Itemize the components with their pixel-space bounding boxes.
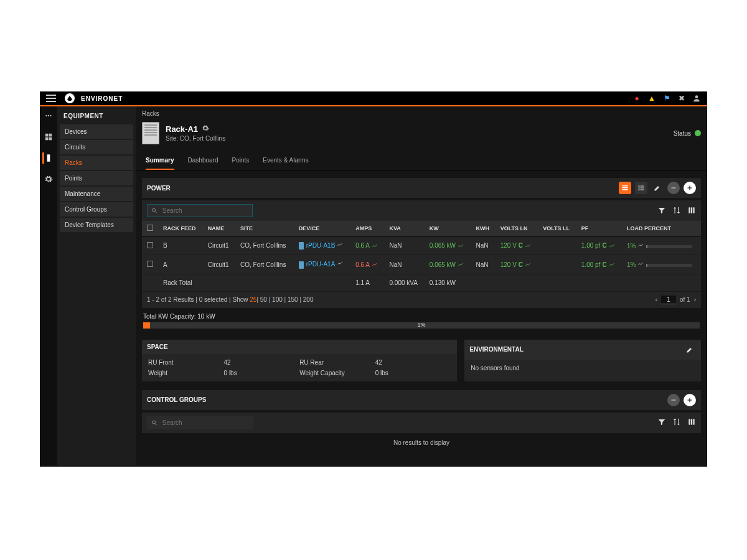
remove-button[interactable] (667, 182, 680, 194)
page-size-option[interactable]: | 200 (298, 296, 314, 303)
col-amps[interactable]: AMPS (350, 221, 384, 236)
gear-icon[interactable] (202, 124, 209, 134)
capacity-row: Total KW Capacity: 10 kW 1% (142, 308, 701, 331)
svg-rect-28 (688, 399, 692, 400)
menu-icon[interactable] (46, 95, 56, 102)
sidebar-item-points[interactable]: Points (60, 171, 133, 185)
page-size-25[interactable]: 25 (250, 296, 256, 303)
page-size-option[interactable]: | 100 (267, 296, 283, 303)
svg-point-2 (48, 115, 49, 116)
view-grid-button[interactable] (619, 182, 631, 194)
svg-rect-23 (688, 207, 690, 213)
select-all-checkbox[interactable] (147, 225, 153, 231)
cell-amps: 0.6 A (350, 255, 384, 274)
cg-columns-icon[interactable] (687, 418, 696, 427)
svg-point-1 (45, 115, 47, 116)
rail-item-chat-icon[interactable] (43, 110, 54, 121)
env-edit-button[interactable] (684, 343, 696, 356)
svg-point-29 (153, 421, 156, 424)
tools-icon[interactable]: ✖ (677, 94, 686, 103)
svg-rect-8 (47, 154, 50, 162)
add-button[interactable] (684, 182, 696, 194)
filter-icon[interactable] (657, 206, 666, 216)
col-kva[interactable]: KVA (385, 221, 425, 236)
page-next-icon[interactable]: › (694, 296, 696, 303)
footer-show-label: Show (233, 296, 248, 303)
col-volts-ln[interactable]: VOLTS LN (496, 221, 538, 236)
sidebar-item-devices[interactable]: Devices (60, 124, 133, 139)
table-row[interactable]: ACircuit1CO, Fort ColllinsrPDU-A1A 0.6 A… (142, 255, 701, 274)
col-kw[interactable]: KW (425, 221, 471, 236)
capacity-bar: 1% (143, 322, 700, 329)
alert-info-icon[interactable]: ⚑ (662, 94, 671, 103)
cg-remove-button[interactable] (667, 394, 680, 406)
power-search-input[interactable] (161, 207, 248, 215)
col-site[interactable]: SITE (235, 221, 294, 236)
tab-dashboard[interactable]: Dashboard (188, 153, 218, 170)
cell-site: CO, Fort Colllins (235, 255, 294, 274)
cell-device[interactable]: rPDU-A1A (294, 255, 351, 274)
cg-search-input[interactable] (161, 419, 248, 427)
sidebar-item-device-templates[interactable]: Device Templates (60, 218, 133, 232)
alert-critical-icon[interactable]: ● (632, 94, 641, 103)
app-logo-icon (65, 93, 75, 103)
sort-icon[interactable] (672, 206, 681, 216)
page-input[interactable] (661, 296, 676, 304)
svg-rect-17 (641, 190, 644, 190)
svg-rect-18 (672, 188, 676, 189)
rail-item-dashboard-icon[interactable] (43, 131, 54, 142)
svg-rect-33 (693, 419, 694, 425)
search-icon (151, 419, 157, 426)
col-name[interactable]: NAME (203, 221, 235, 236)
svg-line-22 (155, 212, 156, 213)
cg-search-box[interactable] (147, 416, 253, 429)
page-prev-icon[interactable]: ‹ (655, 296, 657, 303)
status-label: Status (674, 130, 691, 137)
tab-points[interactable]: Points (232, 153, 250, 170)
view-list-button[interactable] (635, 182, 647, 194)
table-row[interactable]: BCircuit1CO, Fort ColllinsrPDU-A1B 0.6 A… (142, 236, 701, 255)
sidebar-item-circuits[interactable]: Circuits (60, 140, 133, 154)
sidebar-item-control-groups[interactable]: Control Groups (60, 202, 133, 217)
page-size-option[interactable]: | 150 (283, 296, 298, 303)
breadcrumb[interactable]: Racks (136, 106, 707, 121)
cg-search-row (142, 413, 701, 433)
col-device[interactable]: DEVICE (294, 221, 351, 236)
rail-item-settings-icon[interactable] (43, 174, 54, 185)
cg-sort-icon[interactable] (672, 418, 681, 427)
row-checkbox[interactable] (147, 242, 153, 248)
cell-vll (538, 236, 576, 255)
tabs: Summary Dashboard Points Events & Alarms (136, 151, 707, 170)
capacity-percent: 1% (417, 322, 425, 328)
col-pf[interactable]: PF (576, 221, 622, 236)
control-groups-title: CONTROL GROUPS (147, 396, 206, 403)
sidebar-item-racks[interactable]: Racks (60, 156, 133, 170)
rail-item-equipment-icon[interactable] (42, 152, 54, 164)
cg-add-button[interactable] (684, 394, 696, 406)
user-account-icon[interactable] (692, 94, 701, 103)
columns-icon[interactable] (687, 206, 696, 216)
tab-events-alarms[interactable]: Events & Alarms (263, 153, 308, 170)
cell-device[interactable]: rPDU-A1B (294, 236, 351, 255)
cell-pf: 1.00 pf C (576, 255, 622, 274)
main-content: Racks Rack-A1 Site: CO, Fort Colllins (136, 106, 707, 465)
col-kwh[interactable]: KWH (471, 221, 495, 236)
col-rack-feed[interactable]: RACK FEED (158, 221, 203, 236)
col-volts-ll[interactable]: VOLTS LL (538, 221, 576, 236)
cell-feed: A (158, 255, 203, 274)
page-size-option[interactable]: | 50 (256, 296, 267, 303)
rack-title-block: Rack-A1 Site: CO, Fort Colllins (166, 124, 225, 142)
topbar: ENVIRONET ● ▲ ⚑ ✖ (40, 91, 707, 106)
col-load-percent[interactable]: LOAD PERCENT (622, 221, 701, 236)
cell-kva: NaN (385, 255, 425, 274)
row-checkbox[interactable] (147, 261, 153, 267)
sidebar-item-maintenance[interactable]: Maintenance (60, 187, 133, 201)
power-search-row (142, 200, 701, 221)
power-panel-header: POWER (142, 178, 701, 198)
svg-rect-11 (622, 189, 628, 190)
power-search-box[interactable] (147, 204, 253, 217)
cg-filter-icon[interactable] (657, 418, 666, 427)
alert-warning-icon[interactable]: ▲ (647, 94, 656, 103)
edit-button[interactable] (651, 182, 664, 194)
tab-summary[interactable]: Summary (146, 153, 174, 170)
